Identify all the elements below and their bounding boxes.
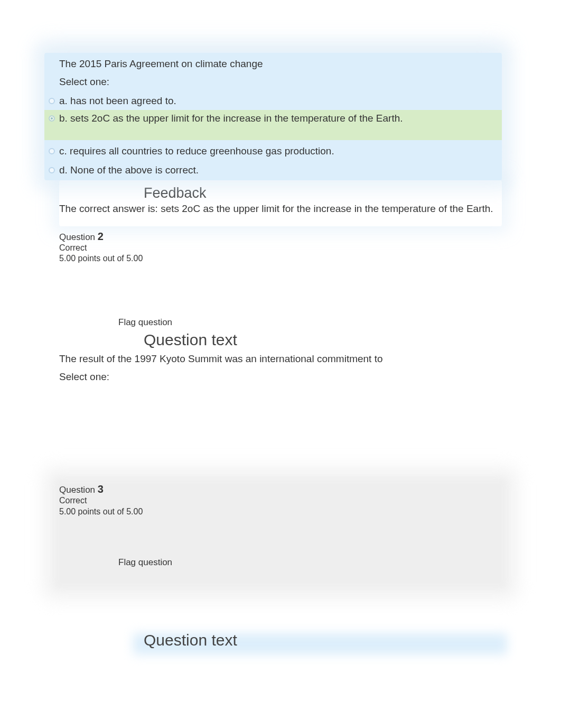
q2-section-title: Question text — [144, 331, 502, 349]
q2-prompt: The result of the 1997 Kyoto Summit was … — [59, 353, 502, 365]
question-number: 2 — [98, 231, 104, 242]
q1-option-c[interactable]: c. requires all countries to reduce gree… — [44, 140, 502, 162]
q1-option-b[interactable]: b. sets 2oC as the upper limit for the i… — [44, 110, 502, 140]
question-number: 3 — [98, 483, 104, 495]
q2-select-one: Select one: — [59, 371, 502, 383]
q3-header: Question 3 Correct 5.00 points out of 5.… — [59, 483, 502, 518]
q3-points: 5.00 points out of 5.00 — [59, 506, 502, 518]
radio-icon — [44, 98, 59, 104]
q3-status: Correct — [59, 495, 502, 506]
q1-option-a[interactable]: a. has not been agreed to. — [44, 93, 502, 110]
feedback-text: The correct answer is: sets 2oC as the u… — [59, 202, 499, 216]
q3-block: Question 3 Correct 5.00 points out of 5.… — [59, 483, 502, 649]
q2-flag-question[interactable]: Flag question — [118, 317, 502, 328]
q3-section-title: Question text — [144, 631, 502, 649]
question-label: Question — [59, 485, 95, 495]
q2-status: Correct — [59, 243, 502, 254]
q3-flag-question[interactable]: Flag question — [118, 557, 502, 568]
q1-answer-block: The 2015 Paris Agreement on climate chan… — [44, 53, 502, 180]
feedback-heading: Feedback — [59, 182, 499, 202]
q1-prompt: The 2015 Paris Agreement on climate chan… — [44, 53, 502, 72]
q3-number-line: Question 3 — [59, 483, 502, 495]
radio-icon — [44, 148, 59, 154]
q1-option-d-text: d. None of the above is correct. — [59, 164, 497, 176]
question-label: Question — [59, 232, 95, 242]
q1-option-d[interactable]: d. None of the above is correct. — [44, 162, 502, 180]
radio-icon — [44, 167, 59, 173]
q1-feedback-block: Feedback The correct answer is: sets 2oC… — [59, 180, 502, 226]
q1-option-a-text: a. has not been agreed to. — [59, 95, 497, 107]
q1-select-one: Select one: — [44, 72, 502, 93]
radio-icon — [44, 115, 59, 122]
q2-header: Question 2 Correct 5.00 points out of 5.… — [59, 231, 502, 265]
q1-option-c-text: c. requires all countries to reduce gree… — [59, 145, 497, 157]
q1-option-b-text: b. sets 2oC as the upper limit for the i… — [59, 113, 497, 124]
q2-points: 5.00 points out of 5.00 — [59, 253, 502, 264]
q2-number-line: Question 2 — [59, 231, 502, 243]
